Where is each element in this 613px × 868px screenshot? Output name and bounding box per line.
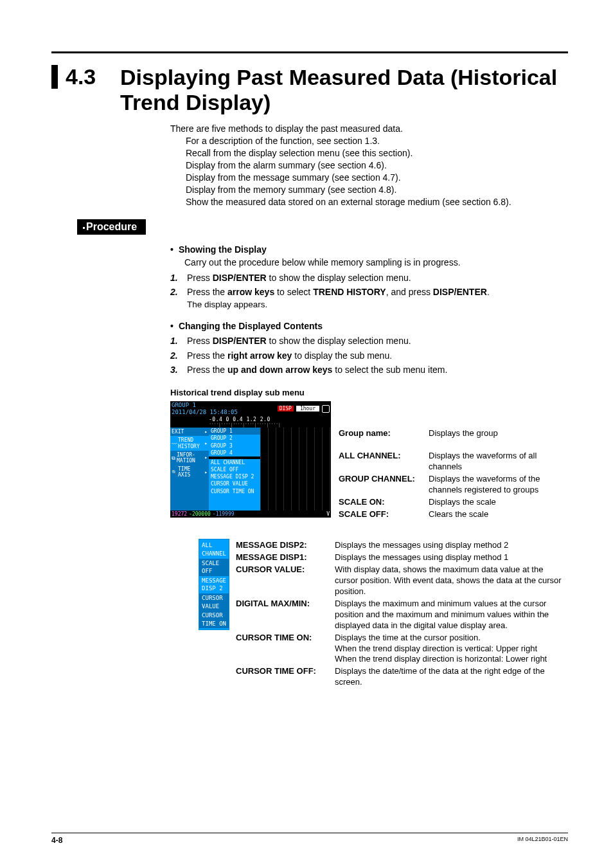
desc-row: MESSAGE DISP2: Displays the messages usi… <box>236 540 568 551</box>
step-number: 2. <box>170 350 187 363</box>
submenu-item[interactable]: MESSAGE DISP 2 <box>199 576 229 593</box>
desc-label: MESSAGE DISP1: <box>236 552 335 563</box>
submenu-item[interactable]: GROUP 3 <box>209 442 260 449</box>
submenu-item[interactable]: CURSOR TIME ON <box>209 488 260 495</box>
step-text: Press the up and down arrow keys to sele… <box>187 364 568 377</box>
body-block: Showing the Display Carry out the proced… <box>170 244 568 689</box>
step-text: Press the right arrow key to display the… <box>187 350 568 363</box>
zoom-icon <box>172 469 177 475</box>
section-number: 4.3 <box>51 65 120 89</box>
t: DISP/ENTER <box>213 336 267 346</box>
value-bar: 19272 -200000 -119999 V <box>170 511 331 518</box>
desc-text: Displays the messages using display meth… <box>335 552 568 563</box>
t: to select <box>274 287 313 297</box>
desc-label: CURSOR VALUE: <box>236 565 335 597</box>
intro-line: Recall from the display selection menu (… <box>186 147 568 159</box>
t: Press the <box>187 287 227 297</box>
spacer <box>339 440 568 449</box>
desc-label: CURSOR TIME OFF: <box>236 666 335 688</box>
t: right arrow key <box>227 350 292 361</box>
desc-label: MESSAGE DISP2: <box>236 540 335 551</box>
submenu-item[interactable]: GROUP 1 <box>209 428 260 435</box>
submenu-fragment: ALL CHANNEL SCALE OFF MESSAGE DISP 2 CUR… <box>199 539 229 630</box>
desc-label: DIGITAL MAX/MIN: <box>236 599 335 631</box>
t: INFOR-MATION <box>177 452 203 464</box>
showing-lead: Carry out the procedure below while memo… <box>184 257 568 269</box>
submenu-item[interactable]: SCALE OFF <box>209 466 260 473</box>
intro-line: Display from the memory summary (see sec… <box>186 184 568 196</box>
submenu-item[interactable]: ALL CHANNEL <box>199 541 229 558</box>
submenu-heading: Historical trend display sub menu <box>170 387 568 399</box>
val-b: -200000 <box>189 511 211 517</box>
interval-badge: 1hour <box>296 406 319 411</box>
shot-body: EXIT TREND HISTORY INFOR-MATION TIME AXI… <box>170 428 331 518</box>
page: 4.3 Displaying Past Measured Data (Histo… <box>0 0 613 868</box>
intro-block: There are five methods to display the pa… <box>170 123 568 208</box>
submenu-item[interactable]: GROUP 4 <box>209 449 260 457</box>
side-trend-history[interactable]: TREND HISTORY <box>170 436 209 450</box>
top-desc-block: Group name: Displays the group ALL CHANN… <box>339 427 568 521</box>
graph-area <box>260 428 331 518</box>
procedure-label: Procedure <box>77 219 146 235</box>
t: , and press <box>386 287 433 297</box>
desc-text: Displays the time at the cursor position… <box>335 633 568 665</box>
changing-heading: Changing the Displayed Contents <box>170 320 568 333</box>
desc-label: SCALE ON: <box>339 497 429 508</box>
side-time-axis[interactable]: TIME AXIS <box>170 465 209 479</box>
side-exit[interactable]: EXIT <box>170 428 209 436</box>
submenu-item[interactable]: CURSOR VALUE <box>209 480 260 487</box>
group-title: GROUP 1 <box>172 402 196 408</box>
intro-line: Display from the alarm summary (see sect… <box>186 159 568 172</box>
top-rule <box>51 51 568 53</box>
desc-text: Displays the maximum and minimum values … <box>335 599 568 631</box>
submenu-item[interactable]: CURSOR TIME ON <box>199 611 229 628</box>
step: 1. Press DISP/ENTER to show the display … <box>170 272 568 285</box>
t: Press the <box>187 350 227 361</box>
t: Press <box>187 336 213 346</box>
intro-lead: There are five methods to display the pa… <box>170 123 568 135</box>
side-information[interactable]: INFOR-MATION <box>170 451 209 465</box>
datetime: 2011/04/28 15:48:05 <box>172 409 238 415</box>
showing-steps: 1. Press DISP/ENTER to show the display … <box>170 272 568 311</box>
submenu-item[interactable]: GROUP 2 <box>209 435 260 442</box>
submenu-item[interactable]: MESSAGE DISP 2 <box>209 473 260 480</box>
step-number: 2. <box>170 286 187 311</box>
record-icon <box>322 405 330 413</box>
section-title: Displaying Past Measured Data (Historica… <box>120 65 568 115</box>
t: arrow keys <box>227 287 274 297</box>
step-text: Press the arrow keys to select TREND HIS… <box>187 286 568 311</box>
t: DISP/ENTER <box>433 287 487 297</box>
desc-label: SCALE OFF: <box>339 509 429 520</box>
t: TIME AXIS <box>178 466 203 478</box>
footer: 4-8 IM 04L21B01-01EN <box>51 833 568 845</box>
desc-text: Displays the waveforms of all channels <box>429 451 568 473</box>
heading-row: 4.3 Displaying Past Measured Data (Histo… <box>51 65 568 115</box>
desc-row: ALL CHANNEL: Displays the waveforms of a… <box>339 451 568 473</box>
step: 2. Press the arrow keys to select TREND … <box>170 286 568 311</box>
step: 2. Press the right arrow key to display … <box>170 350 568 363</box>
desc-row: SCALE OFF: Clears the scale <box>339 509 568 520</box>
bottom-section: ALL CHANNEL SCALE OFF MESSAGE DISP 2 CUR… <box>170 539 568 689</box>
side-menu[interactable]: EXIT TREND HISTORY INFOR-MATION TIME AXI… <box>170 428 209 518</box>
step-note: The display appears. <box>187 299 568 311</box>
submenu-item[interactable]: CURSOR VALUE <box>199 593 229 611</box>
t: to show the display selection menu. <box>267 273 411 283</box>
submenu-panel[interactable]: GROUP 1 GROUP 2 GROUP 3 GROUP 4 ALL CHAN… <box>209 428 260 518</box>
step-number: 1. <box>170 335 187 348</box>
desc-row: CURSOR TIME OFF: Displays the date/time … <box>236 666 568 688</box>
desc-row: GROUP CHANNEL: Displays the waveforms of… <box>339 474 568 496</box>
val-a: 19272 <box>172 511 187 517</box>
scale-ticks: -0.4 0 0.4 1.2 2.0 <box>170 416 331 422</box>
t: TREND HISTORY <box>313 287 386 297</box>
submenu-item[interactable]: ALL CHANNEL <box>209 459 260 466</box>
desc-text: Displays the messages using display meth… <box>335 540 568 551</box>
footer-doc: IM 04L21B01-01EN <box>517 836 568 845</box>
step-text: Press DISP/ENTER to show the display sel… <box>187 272 568 285</box>
desc-text: Displays the waveforms of the channels r… <box>429 474 568 496</box>
t: to select the sub menu item. <box>332 365 447 375</box>
intro-line: For a description of the function, see s… <box>186 135 568 147</box>
submenu-item[interactable]: SCALE OFF <box>199 559 229 576</box>
t: Press <box>187 273 213 283</box>
scale-ticks-marks: ''''|''''|''''|''''|''''|''''| <box>170 422 331 428</box>
desc-text: Displays the group <box>429 428 568 439</box>
